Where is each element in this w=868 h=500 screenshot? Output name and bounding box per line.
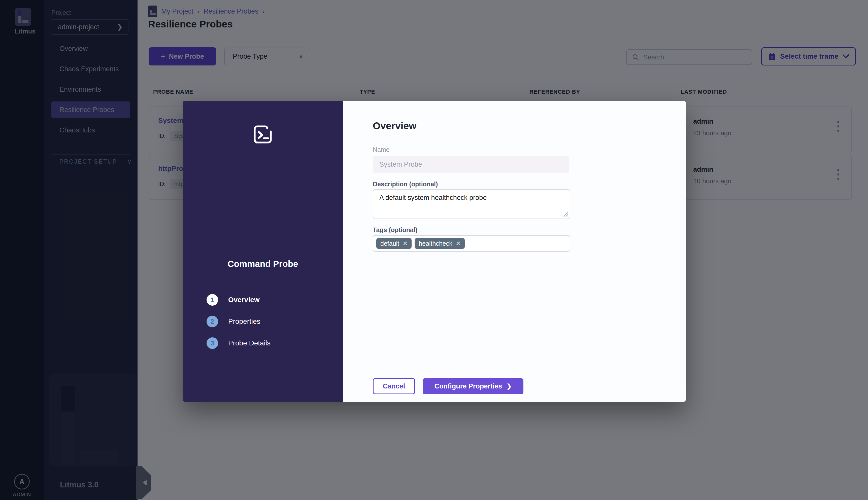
wizard-panel: Command Probe 1 Overview 2 Properties 3 … <box>183 101 343 402</box>
wizard-steps: 1 Overview 2 Properties 3 Probe Details <box>206 294 271 359</box>
wizard-step-probe-details[interactable]: 3 Probe Details <box>206 337 271 349</box>
cancel-button[interactable]: Cancel <box>373 378 415 394</box>
remove-tag-icon[interactable]: ✕ <box>456 240 461 247</box>
step-label: Properties <box>228 317 260 326</box>
tag-chip: default ✕ <box>376 238 412 249</box>
name-field-value: System Probe <box>379 161 422 168</box>
configure-properties-label: Configure Properties <box>435 383 502 390</box>
description-label: Description (optional) <box>373 181 438 188</box>
tag-chip: healthcheck ✕ <box>415 238 465 249</box>
step-number: 3 <box>206 337 218 349</box>
name-field: System Probe <box>373 156 569 173</box>
tags-input[interactable]: default ✕ healthcheck ✕ <box>373 235 570 252</box>
wizard-step-overview[interactable]: 1 Overview <box>206 294 271 306</box>
tags-label: Tags (optional) <box>373 226 417 234</box>
step-label: Probe Details <box>228 339 271 347</box>
tag-chip-label: default <box>380 240 399 247</box>
overview-heading: Overview <box>373 120 416 132</box>
terminal-icon <box>251 122 275 147</box>
configure-properties-button[interactable]: Configure Properties ❯ <box>423 378 523 394</box>
wizard-step-properties[interactable]: 2 Properties <box>206 316 271 327</box>
wizard-title: Command Probe <box>183 259 343 269</box>
remove-tag-icon[interactable]: ✕ <box>403 240 408 247</box>
description-textarea[interactable]: A default system healthcheck probe <box>373 189 570 219</box>
step-number: 2 <box>206 316 218 327</box>
tag-chip-label: healthcheck <box>419 240 452 247</box>
step-label: Overview <box>228 296 260 304</box>
name-label: Name <box>373 146 390 153</box>
chevron-right-icon: ❯ <box>507 383 511 390</box>
probe-wizard-modal: Command Probe 1 Overview 2 Properties 3 … <box>183 101 686 402</box>
wizard-body: Overview Name System Probe Description (… <box>343 101 686 402</box>
step-number: 1 <box>206 294 218 306</box>
app-screen: Litmus A ADMIN Project admin-project ❯ O… <box>0 0 868 500</box>
